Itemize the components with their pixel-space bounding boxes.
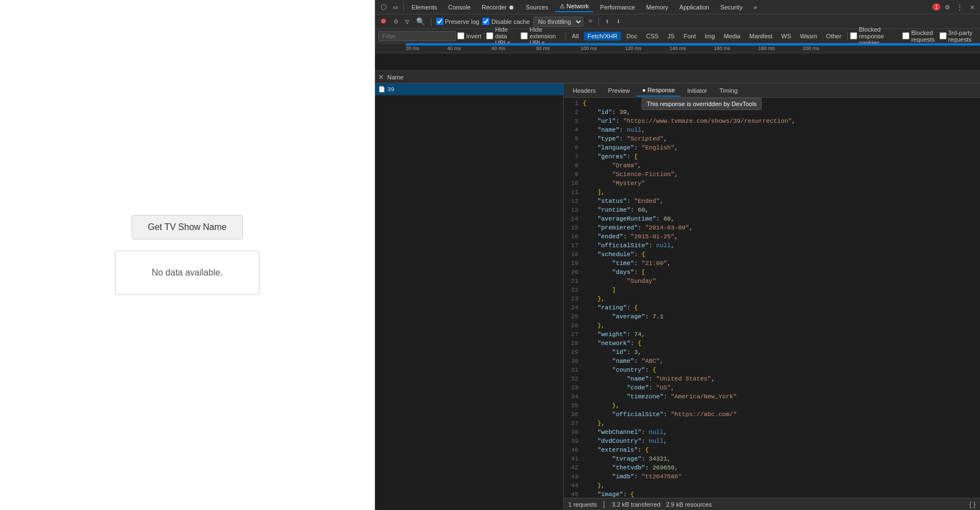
preserve-log-checkbox[interactable] [436,18,443,25]
filter-media[interactable]: Media [720,32,744,41]
clear-icon[interactable]: ⊘ [392,17,400,27]
tab-performance[interactable]: Performance [596,3,639,12]
get-show-button[interactable]: Get TV Show Name [132,215,243,239]
disable-cache-checkbox[interactable] [482,18,489,25]
filter-fetch-xhr[interactable]: Fetch/XHR [584,32,622,41]
json-line-13: 13 "runtime": 60, [564,207,980,216]
request-list-header: ✕ Name [375,71,980,83]
download-icon[interactable]: ⬇ [614,17,622,27]
cursor-icon[interactable]: ⬡ [378,2,389,13]
more-options-icon[interactable]: ⋮ [954,2,966,13]
json-line-25: 25 "average": 7.1 [564,313,980,322]
filter-other[interactable]: Other [822,32,846,41]
third-party-checkbox[interactable] [939,32,947,39]
tab-recorder[interactable]: Recorder ⏺ [477,3,519,12]
json-line-2: 2 "id": 39, [564,109,980,118]
tab-sources[interactable]: Sources [521,3,552,12]
json-line-31: 31 "country": { [564,367,980,376]
record-icon[interactable]: ⏺ [378,17,389,26]
json-line-29: 29 "id": 3, [564,349,980,358]
invert-checkbox[interactable] [457,32,464,39]
json-line-19: 19 "time": "21:00", [564,260,980,269]
disable-cache-label[interactable]: Disable cache [482,18,529,25]
override-tooltip: This response is overridden by DevTools [642,98,762,110]
hide-extension-urls-checkbox[interactable] [521,32,528,39]
json-line-22: 22 ] [564,287,980,296]
tab-headers[interactable]: Headers [567,85,602,96]
filter-all[interactable]: All [568,32,582,41]
console-icon[interactable]: { } [969,501,976,508]
close-devtools-icon[interactable]: ✕ [968,2,977,13]
tick-140ms: 140 ms [669,46,686,51]
tab-network[interactable]: ⚠ Network [555,2,593,12]
tab-separator [403,3,404,11]
filter-js[interactable]: JS [664,32,679,41]
json-line-8: 8 "Drama", [564,162,980,171]
preserve-log-label[interactable]: Preserve log [436,18,479,25]
json-line-40: 40 "externals": { [564,447,980,456]
json-line-33: 33 "code": "US", [564,384,980,393]
blocked-requests-label[interactable]: Blocked requests [902,29,938,43]
divider5 [847,32,848,41]
device-icon[interactable]: ▭ [391,2,400,13]
upload-icon[interactable]: ⬆ [603,17,611,27]
third-party-label[interactable]: 3rd-party requests [939,29,977,43]
transferred-size: │ [602,501,606,508]
response-content[interactable]: This response is overridden by DevTools … [564,98,980,498]
blocked-requests-checkbox[interactable] [902,32,909,39]
requests-count: 1 requests [568,501,597,508]
close-detail-icon[interactable]: ✕ [378,73,384,81]
json-line-44: 44 }, [564,482,980,491]
tab-application[interactable]: Application [675,3,714,12]
request-item-39[interactable]: 📄 39 [375,83,563,96]
tab-timing[interactable]: Timing [714,85,743,96]
filter-ws[interactable]: WS [777,32,795,41]
json-line-32: 32 "name": "United States", [564,376,980,384]
request-item-name: 39 [387,86,394,93]
error-badge: 1 [932,3,941,11]
throttle-select[interactable]: No throttling [533,17,583,27]
json-line-3: 3 "url": "https://www.tvmaze.com/shows/3… [564,118,980,127]
filter-css[interactable]: CSS [642,32,663,41]
tick-80ms: 80 ms [536,46,550,51]
invert-label[interactable]: Invert [457,32,482,39]
tab-more[interactable]: » [749,3,761,12]
tick-20ms: 20 ms [406,46,419,51]
main-content: 📄 39 Headers Preview ● Response Initiato… [375,83,980,510]
no-data-box: No data available. [115,251,259,295]
filter-input[interactable] [378,31,456,41]
json-line-38: 38 "webChannel": null, [564,429,980,438]
json-line-43: 43 "imdb": "tt2647586" [564,473,980,482]
tab-security[interactable]: Security [716,3,747,12]
tab-elements[interactable]: Elements [407,3,442,12]
tab-console[interactable]: Console [444,3,475,12]
blocked-cookies-checkbox[interactable] [850,32,857,39]
hide-data-urls-checkbox[interactable] [486,32,493,39]
json-line-37: 37 }, [564,420,980,429]
tab-preview[interactable]: Preview [603,85,636,96]
json-line-24: 24 "rating": { [564,304,980,313]
filter-manifest[interactable]: Manifest [746,32,777,41]
json-line-17: 17 "officialSite": null, [564,242,980,251]
json-line-11: 11 ], [564,189,980,198]
filter-icon[interactable]: ▽ [403,17,411,27]
search-icon[interactable]: 🔍 [414,17,427,27]
tab-response[interactable]: ● Response [637,84,681,97]
json-line-20: 20 "days": [ [564,269,980,278]
tab-memory[interactable]: Memory [642,3,673,12]
json-line-1: 1 { [564,100,980,109]
tab-initiator[interactable]: Initiator [682,85,713,96]
json-line-5: 5 "type": "Scripted", [564,136,980,144]
settings-icon[interactable]: ⚙ [943,2,952,13]
filter-img[interactable]: Img [701,32,718,41]
json-line-39: 39 "dvdCountry": null, [564,438,980,447]
filter-font[interactable]: Font [679,32,699,41]
divider4 [566,32,566,41]
divider2 [598,17,599,26]
offline-icon[interactable]: ≈ [587,17,594,26]
filter-wasm[interactable]: Wasm [796,32,821,41]
filter-doc[interactable]: Doc [622,32,641,41]
resources-size: 2.9 kB resources [666,501,712,508]
filter-bar: Invert Hide data URLs Hide extension URL… [375,29,980,43]
request-item-icon: 📄 [378,86,385,93]
